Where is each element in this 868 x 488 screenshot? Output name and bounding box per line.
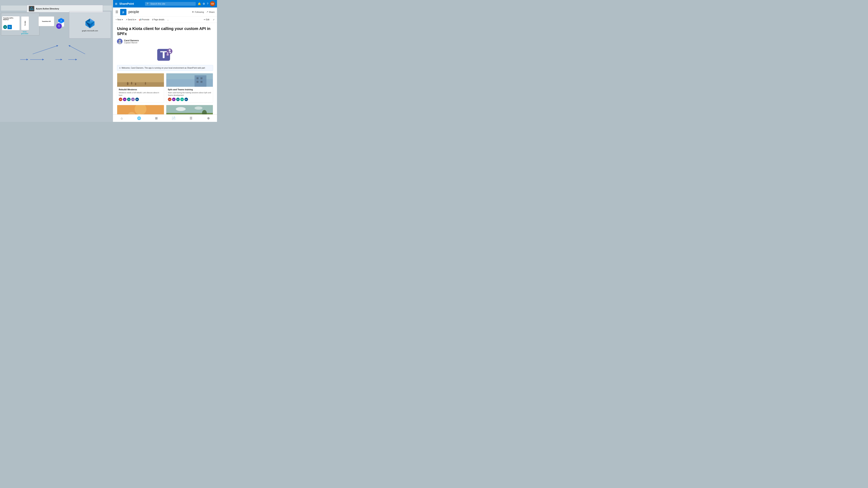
avatar-cd: CD — [119, 98, 122, 101]
avatar-tg: TG — [180, 98, 184, 101]
edit-button[interactable]: ✏ Edit — [203, 18, 210, 21]
avatar-ss2: SS — [172, 98, 176, 101]
ts-sdk-box: TS SDK — [21, 17, 29, 30]
share-icon: ↗ — [206, 11, 208, 13]
nav-document[interactable]: 📄 — [169, 115, 178, 122]
more-label: ... — [167, 19, 169, 21]
card-bottom-left[interactable] — [117, 105, 164, 115]
svg-text:!: ! — [31, 8, 32, 10]
svg-point-31 — [167, 52, 168, 54]
svg-point-32 — [166, 54, 169, 56]
nav-globe[interactable]: 🌐 — [135, 115, 143, 122]
page-details-button[interactable]: ℹ Page details — [151, 18, 165, 21]
promote-button[interactable]: 📢 Promote — [138, 18, 150, 21]
send-to-label: Send to — [128, 19, 134, 21]
author-row: Carol Danvers Captain Marvel — [117, 39, 213, 44]
notifications-icon[interactable]: 🔔 — [198, 2, 201, 5]
cards-grid: Rebuild Westeros Westeros needs a full r… — [117, 73, 213, 115]
send-to-button[interactable]: ↗ Send to ▾ — [125, 18, 137, 21]
more-button[interactable]: ... — [166, 18, 169, 21]
svg-point-36 — [131, 82, 132, 85]
edit-label: Edit — [206, 19, 209, 21]
card-image-spfx — [166, 73, 213, 87]
site-title: people — [128, 10, 190, 14]
nav-list[interactable]: ☰ — [187, 115, 195, 122]
card-bottom-right[interactable] — [166, 105, 213, 115]
hamburger-icon[interactable]: ☰ — [115, 10, 118, 14]
details-icon: ℹ — [152, 19, 153, 21]
teamified-api-box: Teamified API — [38, 17, 54, 26]
graph-box: graph.microsoft.com — [69, 11, 111, 38]
right-panel: ⊞ SharePoint 🔍 🔔 ⚙ ? CD ☰ p people ★ Fol… — [113, 0, 217, 122]
svg-rect-44 — [196, 81, 198, 83]
edit-icon: ✏ — [204, 19, 205, 21]
site-logo: p — [120, 9, 126, 15]
user-avatar[interactable]: CD — [210, 1, 215, 6]
card-westeros[interactable]: Rebuild Westeros Westeros needs a full r… — [117, 73, 164, 103]
search-box[interactable]: 🔍 — [145, 2, 196, 6]
expand-button[interactable]: ⤢ — [212, 18, 215, 21]
nav-plus[interactable]: ⊕ — [205, 115, 212, 122]
spfx-icons: S TS — [3, 25, 12, 29]
svg-rect-34 — [117, 82, 164, 87]
settings-icon[interactable]: ⚙ — [203, 2, 205, 5]
avatar-js2: JS — [176, 98, 180, 101]
card-title-westeros: Rebuild Westeros — [119, 88, 162, 91]
help-icon[interactable]: ? — [207, 2, 208, 5]
svg-point-38 — [145, 82, 146, 85]
svg-line-15 — [33, 46, 57, 54]
following-button[interactable]: ★ Following — [192, 11, 204, 13]
ts-icon: TS — [7, 25, 12, 29]
svg-point-50 — [134, 105, 146, 115]
site-header: ☰ p people ★ Following ↗ Share — [113, 7, 217, 17]
diagram-area: ! Azure Active Directory SharePoint Team… — [0, 0, 113, 122]
main-content[interactable]: Using a Kiota client for calling your cu… — [113, 23, 217, 115]
nav-home[interactable]: ⌂ — [118, 115, 126, 122]
search-icon: 🔍 — [147, 3, 149, 5]
following-label: Following — [195, 11, 204, 13]
star-icon: ★ — [192, 11, 194, 13]
card-spfx-training[interactable]: Spfx and Teams training Team used during… — [166, 73, 213, 103]
avatar-bs: BS — [135, 98, 139, 101]
promote-icon: 📢 — [139, 19, 141, 21]
dotnet-icon-area: C# 📄 A .NETCore — [55, 18, 67, 29]
svg-rect-42 — [196, 77, 198, 79]
new-button[interactable]: + New ▾ — [115, 18, 124, 21]
svg-point-23 — [118, 42, 121, 44]
svg-rect-26 — [163, 52, 164, 58]
welcome-message: Welcome, Carol Danvers. The app is runni… — [122, 67, 205, 69]
avatar-cd2: CD — [168, 98, 172, 101]
kiota-label: Kiota generated — [21, 31, 28, 34]
waffle-icon[interactable]: ⊞ — [115, 2, 117, 5]
graph-label: graph.microsoft.com — [82, 30, 98, 32]
svg-point-28 — [169, 49, 170, 51]
page-details-label: Page details — [153, 19, 164, 21]
card-image-bottom-left — [117, 105, 164, 115]
share-button[interactable]: ↗ Share — [206, 11, 215, 13]
aad-label: Azure Active Directory — [36, 7, 59, 10]
svg-text:A: A — [61, 20, 62, 22]
send-icon: ↗ — [126, 19, 127, 21]
avatar-ss: SS — [123, 98, 126, 101]
article-title: Using a Kiota client for calling your cu… — [117, 26, 213, 36]
author-name: Carol Danvers — [124, 39, 139, 42]
search-input[interactable] — [150, 3, 194, 5]
svg-line-16 — [69, 46, 85, 54]
author-avatar — [117, 39, 123, 44]
avatar-bs2: BS — [184, 98, 188, 101]
chevron-down-icon-2: ▾ — [135, 19, 136, 21]
aad-icon: ! — [29, 6, 34, 11]
card-title-spfx: Spfx and Teams training — [168, 88, 212, 91]
svg-point-35 — [127, 82, 128, 85]
nav-grid[interactable]: ⊞ — [153, 115, 160, 122]
spfx-webpart-box: Teamified SPFx WebPart S TS — [2, 16, 20, 30]
author-info: Carol Danvers Captain Marvel — [124, 39, 139, 44]
dotnet-badge: .NETCore — [56, 23, 62, 29]
expand-icon: ⤢ — [213, 19, 214, 21]
svg-rect-45 — [200, 81, 203, 83]
info-icon: ℹ — [120, 67, 120, 69]
card-desc-westeros: Westeros needs a full rebuild. Let's dis… — [119, 92, 162, 96]
promote-label: Promote — [142, 19, 149, 21]
avatar-as: AS — [131, 98, 135, 101]
avatar-js: JS — [127, 98, 131, 101]
